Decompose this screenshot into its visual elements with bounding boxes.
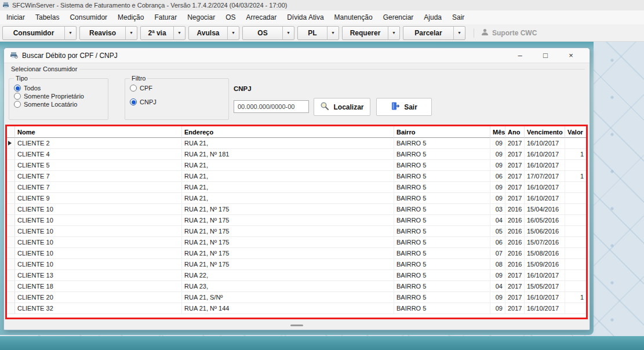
menu-item-faturar[interactable]: Faturar xyxy=(149,11,182,24)
table-row[interactable]: CLIENTE 7RUA 21,BAIRRO 509201716/10/2017 xyxy=(7,182,586,193)
cell-vencimento: 15/08/2016 xyxy=(525,248,565,259)
chevron-down-icon[interactable]: ▼ xyxy=(388,27,399,39)
table-row[interactable]: CLIENTE 2RUA 21,BAIRRO 509201716/10/2017 xyxy=(7,138,586,149)
menu-item-os[interactable]: OS xyxy=(220,11,241,24)
cell-mes: 09 xyxy=(490,182,505,193)
cell-valor xyxy=(565,138,586,149)
column-header-nome[interactable]: Nome xyxy=(15,126,182,138)
sair-button[interactable]: Sair xyxy=(376,98,432,116)
toolbar-button-os[interactable]: OS▼ xyxy=(242,26,294,40)
menu-bar: IniciarTabelasConsumidorMediçãoFaturarNe… xyxy=(0,10,644,24)
window-controls: – □ × xyxy=(507,48,584,63)
chevron-down-icon[interactable]: ▼ xyxy=(327,27,339,39)
cell-endereco: RUA 21, xyxy=(182,160,394,171)
maximize-button[interactable]: □ xyxy=(533,48,558,63)
table-row[interactable]: CLIENTE 10RUA 21, Nº 175BAIRRO 506201615… xyxy=(7,237,586,248)
menu-item-medicao[interactable]: Medição xyxy=(112,11,149,24)
radio-somente-locatario[interactable]: Somente Locatário xyxy=(14,101,103,108)
column-header-mes[interactable]: Mês xyxy=(490,126,505,138)
column-header-bairro[interactable]: Bairro xyxy=(394,126,490,138)
table-row[interactable]: CLIENTE 4RUA 21, Nº 181BAIRRO 509201716/… xyxy=(7,149,586,160)
column-header-endereco[interactable]: Endereço xyxy=(182,126,394,138)
menu-item-sair[interactable]: Sair xyxy=(447,11,470,24)
table-row[interactable]: CLIENTE 32RUA 21, Nº 144BAIRRO 509201716… xyxy=(7,303,586,314)
cnpj-input[interactable] xyxy=(234,100,309,113)
cell-endereco: RUA 21, Nº 175 xyxy=(182,248,394,259)
radio-icon xyxy=(14,101,21,108)
close-button[interactable]: × xyxy=(558,48,584,63)
cell-mes: 09 xyxy=(490,149,505,160)
cell-valor xyxy=(565,248,586,259)
toolbar-button-2-via[interactable]: 2ª via▼ xyxy=(140,26,185,40)
table-row[interactable]: CLIENTE 10RUA 21, Nº 175BAIRRO 508201615… xyxy=(7,259,586,270)
cell-ano: 2016 xyxy=(505,204,525,215)
chevron-down-icon[interactable]: ▼ xyxy=(64,27,76,39)
table-row[interactable]: CLIENTE 18RUA 23,BAIRRO 504201715/05/201… xyxy=(7,281,586,292)
table-row[interactable]: CLIENTE 9RUA 21,BAIRRO 509201716/10/2017 xyxy=(7,193,586,204)
toolbar-button-reaviso[interactable]: Reaviso▼ xyxy=(79,26,137,40)
radio-somente-proprietario[interactable]: Somente Proprietário xyxy=(14,93,103,100)
table-row[interactable]: CLIENTE 5RUA 21,BAIRRO 509201716/10/2017 xyxy=(7,160,586,171)
table-row[interactable]: CLIENTE 10RUA 21, Nº 175BAIRRO 507201615… xyxy=(7,248,586,259)
cell-vencimento: 16/05/2016 xyxy=(525,215,565,226)
menu-item-ajuda[interactable]: Ajuda xyxy=(419,11,447,24)
menu-item-manutencao[interactable]: Manutenção xyxy=(329,11,378,24)
cell-vencimento: 16/10/2017 xyxy=(525,138,565,149)
chevron-down-icon[interactable]: ▼ xyxy=(282,27,294,39)
dialog-title: Buscar Débito por CPF / CNPJ xyxy=(22,52,118,60)
filtro-group-label: Filtro xyxy=(130,75,147,82)
cell-ano: 2017 xyxy=(505,292,525,303)
chevron-down-icon[interactable]: ▼ xyxy=(227,27,239,39)
toolbar-button-parcelar[interactable]: Parcelar▼ xyxy=(403,26,465,40)
cell-valor xyxy=(565,160,586,171)
table-row[interactable]: CLIENTE 7RUA 21,BAIRRO 506201717/07/2017… xyxy=(7,171,586,182)
cell-mes: 07 xyxy=(490,248,505,259)
radio-label: Somente Proprietário xyxy=(24,93,84,100)
menu-item-tabelas[interactable]: Tabelas xyxy=(30,11,64,24)
cell-bairro: BAIRRO 5 xyxy=(394,248,490,259)
menu-item-arrecadar[interactable]: Arrecadar xyxy=(241,11,282,24)
toolbar-button-avulsa[interactable]: Avulsa▼ xyxy=(188,26,239,40)
column-header-vencimento[interactable]: Vencimento xyxy=(525,126,565,138)
minimize-button[interactable]: – xyxy=(507,48,533,63)
menu-item-negociar[interactable]: Negociar xyxy=(182,11,220,24)
menu-item-divida-ativa[interactable]: Dívida Ativa xyxy=(282,11,329,24)
radio-cpf[interactable]: CPF xyxy=(130,85,224,92)
splitter-handle[interactable] xyxy=(290,325,303,326)
table-row[interactable]: CLIENTE 20RUA 21, S/NºBAIRRO 509201716/1… xyxy=(7,292,586,303)
localizar-button[interactable]: Localizar xyxy=(314,98,370,116)
support-cwc-button[interactable]: Suporte CWC xyxy=(474,28,537,38)
cell-mes: 06 xyxy=(490,237,505,248)
cell-nome: CLIENTE 10 xyxy=(15,215,182,226)
menu-item-consumidor[interactable]: Consumidor xyxy=(64,11,112,24)
column-header-valor[interactable]: Valor xyxy=(565,126,586,138)
cell-nome: CLIENTE 4 xyxy=(15,149,182,160)
toolbar-button-pl[interactable]: PL▼ xyxy=(297,26,339,40)
cell-vencimento: 16/10/2017 xyxy=(525,182,565,193)
menu-item-iniciar[interactable]: Iniciar xyxy=(1,11,30,24)
cell-bairro: BAIRRO 5 xyxy=(394,182,490,193)
radio-todos[interactable]: Todos xyxy=(14,85,103,92)
chevron-down-icon[interactable]: ▼ xyxy=(125,27,137,39)
table-row[interactable]: CLIENTE 10RUA 21, Nº 175BAIRRO 503201615… xyxy=(7,204,586,215)
cell-vencimento: 15/06/2016 xyxy=(525,226,565,237)
table-row[interactable]: CLIENTE 13RUA 22,BAIRRO 509201716/10/201… xyxy=(7,270,586,281)
table-row[interactable]: CLIENTE 10RUA 21, Nº 175BAIRRO 505201615… xyxy=(7,226,586,237)
dialog-titlebar[interactable]: Buscar Débito por CPF / CNPJ – □ × xyxy=(4,48,590,63)
toolbar-button-requerer[interactable]: Requerer▼ xyxy=(342,26,400,40)
filtro-options: CPFCNPJ xyxy=(130,85,224,105)
radio-cnpj[interactable]: CNPJ xyxy=(130,99,224,105)
cell-bairro: BAIRRO 5 xyxy=(394,281,490,292)
toolbar-button-consumidor[interactable]: Consumidor▼ xyxy=(2,26,77,40)
cell-bairro: BAIRRO 5 xyxy=(394,237,490,248)
table-row[interactable]: CLIENTE 10RUA 21, Nº 175BAIRRO 504201616… xyxy=(7,215,586,226)
cell-mes: 03 xyxy=(490,204,505,215)
grid-header-row: NomeEndereçoBairroMêsAnoVencimentoValor xyxy=(7,126,586,138)
chevron-down-icon[interactable]: ▼ xyxy=(453,27,465,39)
menu-item-gerenciar[interactable]: Gerenciar xyxy=(378,11,419,24)
column-header-ano[interactable]: Ano xyxy=(505,126,525,138)
cell-bairro: BAIRRO 5 xyxy=(394,149,490,160)
cell-valor xyxy=(565,215,586,226)
taskbar-strip xyxy=(0,336,644,350)
chevron-down-icon[interactable]: ▼ xyxy=(173,27,185,39)
